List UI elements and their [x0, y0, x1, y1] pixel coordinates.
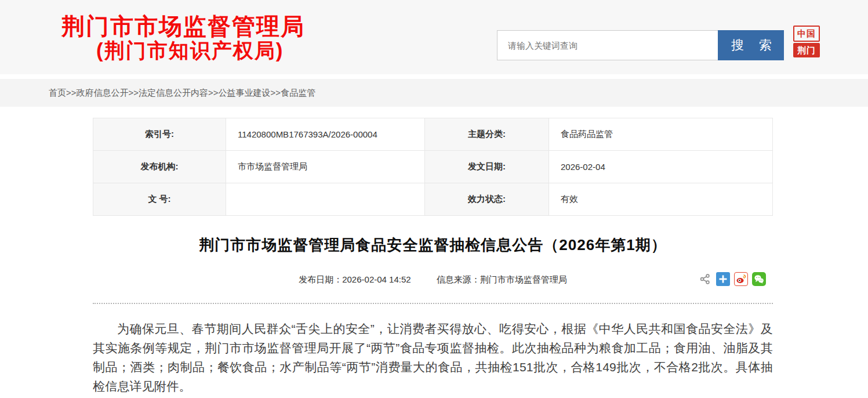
- search-button[interactable]: 搜 索: [718, 30, 784, 60]
- share-toolbar: [698, 272, 766, 286]
- breadcrumb-item-public-welfare[interactable]: 公益事业建设: [219, 88, 271, 97]
- breadcrumb-item-home[interactable]: 首页: [49, 88, 66, 97]
- breadcrumb-item-gov-info[interactable]: 政府信息公开: [77, 88, 129, 97]
- issue-date-label: 发文日期:: [425, 151, 549, 183]
- article-paragraph: 为确保元旦、春节期间人民群众“舌尖上的安全”，让消费者买得放心、吃得安心，根据《…: [93, 319, 773, 396]
- issue-date-value: 2026-02-04: [549, 151, 773, 183]
- share-link-icon[interactable]: [698, 272, 712, 286]
- validity-status-label: 效力状态:: [425, 183, 549, 216]
- search-bar: 搜 索: [497, 30, 784, 60]
- weibo-icon[interactable]: [734, 272, 748, 286]
- logo-top-text: 中国: [793, 26, 820, 42]
- wechat-icon[interactable]: [752, 272, 766, 286]
- document-number-label: 文 号:: [93, 183, 226, 216]
- index-number-value: 11420800MB1767393A/2026-00004: [226, 118, 425, 151]
- table-row: 文 号: 效力状态: 有效: [93, 183, 773, 216]
- table-row: 索引号: 11420800MB1767393A/2026-00004 主题分类:…: [93, 118, 773, 151]
- breadcrumb-separator: >>: [208, 88, 219, 97]
- topic-category-value: 食品药品监管: [549, 118, 773, 151]
- article-meta: 发布日期：2026-02-04 14:52 信息来源：荆门市市场监督管理局: [93, 272, 773, 287]
- breadcrumb-separator: >>: [129, 88, 139, 97]
- topic-category-label: 主题分类:: [425, 118, 549, 151]
- page-title: 荆门市市场监督管理局食品安全监督抽检信息公告（2026年第1期）: [93, 235, 773, 255]
- china-jingmen-seal-logo[interactable]: 中国 荆门: [793, 26, 820, 57]
- document-meta-table: 索引号: 11420800MB1767393A/2026-00004 主题分类:…: [93, 118, 773, 216]
- document-number-value: [226, 183, 425, 216]
- breadcrumb: 首页>>政府信息公开>>法定信息公开内容>>公益事业建设>>食品监管: [0, 79, 868, 107]
- breadcrumb-item-food-supervision[interactable]: 食品监管: [281, 88, 315, 97]
- share-plus-icon[interactable]: [716, 272, 730, 286]
- index-number-label: 索引号:: [93, 118, 226, 151]
- breadcrumb-separator: >>: [66, 88, 77, 97]
- publishing-agency-label: 发布机构:: [93, 151, 226, 183]
- main-content: 索引号: 11420800MB1767393A/2026-00004 主题分类:…: [93, 118, 773, 396]
- publishing-agency-value: 市市场监督管理局: [226, 151, 425, 183]
- breadcrumb-item-legal-info[interactable]: 法定信息公开内容: [139, 88, 208, 97]
- breadcrumb-separator: >>: [271, 88, 281, 97]
- table-row: 发布机构: 市市场监督管理局 发文日期: 2026-02-04: [93, 151, 773, 183]
- site-header: 荆门市市场监督管理局 (荆门市知识产权局) 搜 索 中国 荆门: [0, 0, 868, 74]
- article-body: 为确保元旦、春节期间人民群众“舌尖上的安全”，让消费者买得放心、吃得安心，根据《…: [93, 319, 773, 396]
- logo-bottom-text: 荆门: [793, 43, 820, 58]
- dotted-divider: [93, 303, 773, 304]
- info-source: 信息来源：荆门市市场监督管理局: [437, 274, 567, 284]
- validity-status-value: 有效: [549, 183, 773, 216]
- search-input[interactable]: [497, 30, 718, 60]
- publish-date: 发布日期：2026-02-04 14:52: [299, 274, 411, 284]
